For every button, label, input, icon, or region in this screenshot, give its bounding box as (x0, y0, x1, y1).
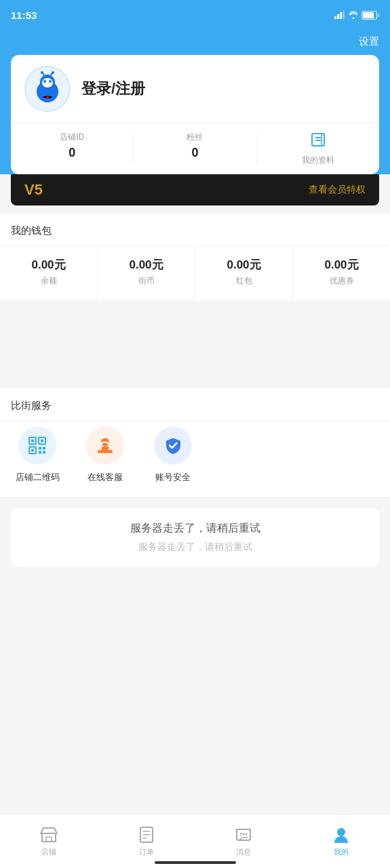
wallet-item-redpacket[interactable]: 0.00元 红包 (195, 246, 292, 300)
nav-label-order: 订单 (139, 847, 154, 857)
fans-label: 粉丝 (187, 132, 203, 143)
wallet-item-coupon[interactable]: 0.00元 优惠券 (292, 246, 390, 300)
wallet-item-balance[interactable]: 0.00元 余额 (0, 246, 97, 300)
services-grid: 店铺二维码 在线客服 (0, 420, 390, 497)
fans-value: 0 (191, 146, 198, 160)
error-text-secondary: 服务器走丢了，请稍后重试 (24, 541, 366, 553)
status-icons (334, 11, 379, 20)
bottom-spacer (0, 578, 390, 632)
svg-rect-30 (99, 447, 102, 450)
nav-label-message: 消息 (236, 847, 251, 857)
svg-rect-24 (31, 449, 34, 452)
qrcode-icon-circle (18, 427, 56, 465)
svg-point-40 (337, 828, 345, 836)
wallet-label-coupon: 优惠券 (330, 275, 354, 287)
fans-stat: 粉丝 0 (134, 132, 256, 166)
store-id-label: 店铺ID (60, 132, 84, 143)
svg-rect-20 (31, 439, 34, 442)
wallet-value-redpacket: 0.00元 (227, 257, 260, 273)
battery-icon (362, 11, 379, 20)
shield-icon-circle (154, 427, 192, 465)
service-label-qrcode: 店铺二维码 (16, 471, 60, 484)
wallet-section: 我的钱包 0.00元 余额 0.00元 街币 0.00元 红包 0.00元 优惠… (0, 214, 390, 300)
my-profile-button[interactable]: 我的资料 (257, 132, 379, 166)
svg-rect-27 (39, 451, 41, 454)
profile-stats: 店铺ID 0 粉丝 0 我的资料 (11, 123, 379, 174)
wallet-item-coins[interactable]: 0.00元 街币 (97, 246, 195, 300)
svg-rect-22 (41, 439, 43, 442)
error-toast: 服务器走丢了，请稍后重试 服务器走丢了，请稍后重试 (11, 508, 379, 567)
qrcode-icon (28, 436, 47, 455)
store-id-value: 0 (69, 146, 75, 160)
mascot-icon (30, 71, 65, 106)
svg-point-37 (240, 833, 242, 835)
wallet-title: 我的钱包 (0, 224, 390, 245)
profile-card: 登录/注册 店铺ID 0 粉丝 0 (0, 48, 390, 174)
services-section: 比街服务 店铺二维码 (0, 389, 390, 497)
signal-icon (334, 11, 345, 19)
avatar (24, 66, 71, 112)
settings-button[interactable]: 设置 (359, 35, 379, 48)
profile-login-label[interactable]: 登录/注册 (81, 79, 145, 99)
wallet-value-balance: 0.00元 (31, 257, 65, 273)
wallet-value-coupon: 0.00元 (324, 257, 358, 273)
header: 设置 (0, 30, 390, 48)
svg-point-14 (52, 71, 54, 74)
svg-rect-25 (39, 447, 41, 450)
error-container: 服务器走丢了，请稍后重试 服务器走丢了，请稍后重试 (0, 497, 390, 578)
my-profile-icon (310, 132, 326, 152)
headset-icon (95, 435, 115, 456)
wallet-grid: 0.00元 余额 0.00元 街币 0.00元 红包 0.00元 优惠券 (0, 245, 390, 300)
vip-level: V5 (24, 181, 43, 199)
store-id-stat: 店铺ID 0 (11, 132, 133, 166)
wallet-label-redpacket: 红包 (236, 275, 252, 287)
svg-point-39 (246, 833, 248, 835)
svg-point-15 (46, 96, 49, 99)
wallet-value-coins: 0.00元 (129, 257, 163, 273)
shield-icon (163, 436, 182, 455)
svg-rect-5 (363, 12, 374, 18)
nav-item-message[interactable]: 消息 (195, 818, 293, 864)
service-label-customer: 在线客服 (87, 471, 123, 484)
svg-point-9 (43, 80, 46, 83)
headset-icon-circle (86, 427, 124, 465)
svg-rect-32 (46, 837, 52, 842)
profile-nav-icon (332, 825, 351, 844)
vip-benefits-button[interactable]: 查看会员特权 (309, 184, 366, 196)
svg-point-10 (49, 80, 52, 83)
nav-item-mine[interactable]: 我的 (292, 818, 390, 864)
nav-item-order[interactable]: 订单 (98, 818, 195, 864)
svg-rect-0 (334, 16, 336, 19)
vip-bar: V5 查看会员特权 (11, 174, 379, 205)
wallet-label-coins: 街币 (138, 275, 155, 287)
bottom-indicator (155, 861, 236, 864)
nav-item-store[interactable]: 店铺 (0, 818, 98, 864)
message-nav-icon (234, 825, 253, 844)
profile-inner: 登录/注册 店铺ID 0 粉丝 0 (11, 55, 379, 174)
order-nav-icon (137, 825, 156, 844)
profile-top: 登录/注册 (11, 55, 379, 123)
services-title: 比街服务 (0, 399, 390, 420)
svg-point-8 (42, 78, 53, 87)
svg-point-38 (243, 833, 245, 835)
svg-point-12 (41, 71, 43, 74)
error-text-primary: 服务器走丢了，请稍后重试 (24, 521, 366, 536)
status-time: 11:53 (11, 9, 37, 21)
svg-rect-3 (343, 11, 345, 19)
wifi-icon (348, 11, 359, 19)
service-label-security: 账号安全 (155, 471, 191, 484)
nav-label-store: 店铺 (41, 847, 56, 857)
svg-rect-28 (43, 451, 45, 454)
service-item-customer[interactable]: 在线客服 (81, 427, 129, 484)
nav-label-mine: 我的 (334, 847, 349, 857)
service-item-qrcode[interactable]: 店铺二维码 (14, 427, 61, 484)
svg-rect-26 (43, 447, 45, 450)
svg-rect-1 (337, 14, 339, 19)
svg-rect-31 (109, 447, 111, 450)
bottom-nav: 店铺 订单 消息 我的 (0, 814, 390, 868)
service-item-security[interactable]: 账号安全 (149, 427, 197, 484)
store-nav-icon (39, 825, 58, 844)
empty-space (0, 300, 390, 389)
svg-rect-2 (340, 12, 342, 19)
my-profile-label: 我的资料 (302, 155, 334, 166)
